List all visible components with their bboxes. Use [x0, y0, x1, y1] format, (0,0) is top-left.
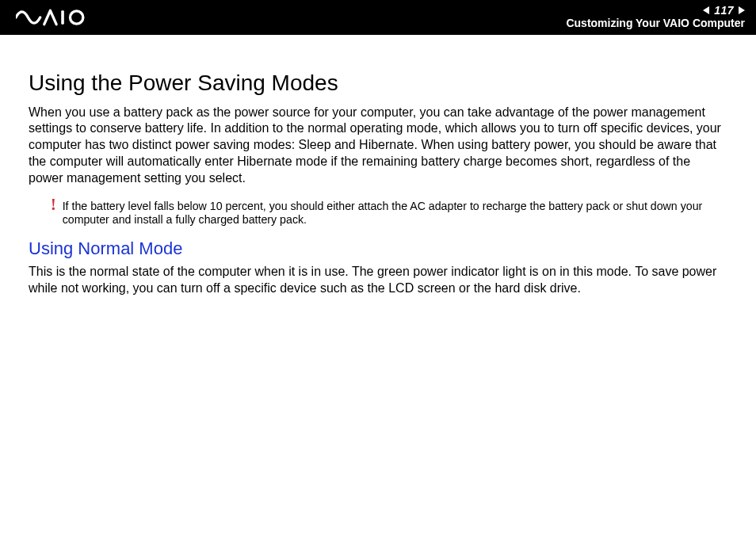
page-nav: 117 — [703, 5, 745, 16]
prev-page-icon[interactable] — [703, 6, 709, 14]
header-right: 117 Customizing Your VAIO Computer — [566, 5, 745, 30]
subheading-normal-mode: Using Normal Mode — [29, 238, 727, 259]
warning-icon: ! — [51, 196, 56, 212]
page-number: 117 — [714, 5, 734, 16]
page-title: Using the Power Saving Modes — [29, 70, 727, 97]
normal-mode-paragraph: This is the normal state of the computer… — [29, 264, 727, 297]
next-page-icon[interactable] — [739, 6, 745, 14]
intro-paragraph: When you use a battery pack as the power… — [29, 105, 727, 187]
warning-text: If the battery level falls below 10 perc… — [63, 200, 727, 228]
svg-rect-0 — [61, 10, 64, 24]
page-content: Using the Power Saving Modes When you us… — [0, 35, 756, 297]
section-title: Customizing Your VAIO Computer — [566, 16, 745, 30]
page-header: 117 Customizing Your VAIO Computer — [0, 0, 756, 35]
vaio-logo — [16, 9, 89, 26]
warning-block: ! If the battery level falls below 10 pe… — [51, 200, 727, 228]
svg-point-1 — [70, 11, 82, 24]
